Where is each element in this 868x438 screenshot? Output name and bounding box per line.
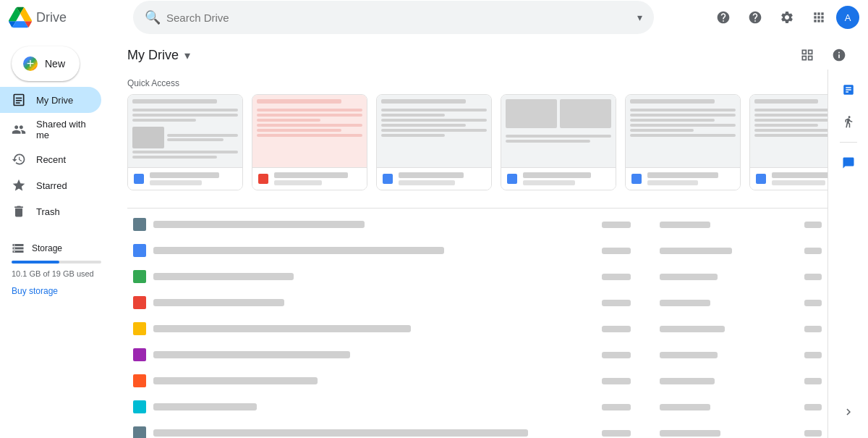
quick-access-card[interactable] — [376, 94, 492, 190]
expand-button[interactable] — [834, 397, 863, 426]
file-modified — [660, 378, 715, 384]
search-input[interactable] — [166, 12, 637, 24]
file-type-icon — [134, 174, 144, 184]
plus-icon: + — [23, 56, 38, 71]
grid-view-icon — [800, 48, 814, 62]
starred-icon — [12, 178, 26, 193]
settings-button[interactable] — [773, 3, 801, 32]
card-info — [128, 167, 242, 190]
card-info — [626, 167, 740, 190]
file-row[interactable] — [127, 237, 854, 264]
file-size — [804, 222, 822, 228]
chat-icon — [842, 156, 855, 169]
file-name-text — [153, 429, 528, 437]
file-row[interactable] — [127, 342, 854, 368]
card-thumbnail — [377, 95, 491, 167]
file-modified — [660, 326, 725, 332]
file-icon — [133, 426, 146, 438]
file-name-text — [153, 351, 350, 358]
support-button[interactable] — [709, 3, 738, 32]
file-name-text — [153, 273, 294, 280]
sidebar-item-starred[interactable]: Starred — [0, 172, 101, 198]
grid-view-button[interactable] — [793, 41, 822, 70]
apps-button[interactable] — [804, 3, 833, 32]
info-button[interactable] — [825, 41, 854, 70]
help-button[interactable] — [741, 3, 770, 32]
file-modified — [660, 248, 732, 254]
quick-access-card[interactable] — [625, 94, 741, 190]
sidebar-item-label-starred: Starred — [36, 180, 67, 191]
file-row[interactable] — [127, 290, 854, 316]
file-row[interactable] — [127, 264, 854, 290]
sidebar-item-label-trash: Trash — [36, 206, 60, 217]
file-name-text — [153, 299, 284, 306]
dropdown-chevron-icon[interactable]: ▾ — [184, 49, 190, 62]
file-size — [804, 430, 822, 437]
card-info — [501, 167, 616, 190]
file-modified — [660, 274, 718, 280]
chat-button[interactable] — [834, 148, 863, 177]
storage-bar-fill — [12, 261, 59, 264]
quick-access-card[interactable] — [252, 94, 367, 190]
file-type-icon — [631, 174, 642, 184]
file-icon — [133, 374, 146, 387]
storage-text: 10.1 GB of 19 GB used — [12, 269, 101, 278]
sidebar-item-label-shared: Shared with me — [36, 119, 90, 140]
activity-panel-button[interactable] — [834, 107, 863, 136]
storage-icon — [12, 242, 25, 255]
card-thumbnail — [252, 95, 367, 167]
file-list — [113, 202, 868, 438]
new-button[interactable]: + New — [12, 46, 80, 81]
file-size — [804, 352, 822, 358]
file-row[interactable] — [127, 394, 854, 420]
file-name-cell — [133, 322, 602, 335]
my-drive-label: My Drive — [127, 48, 179, 63]
logo-area: Drive — [9, 6, 122, 29]
svg-rect-0 — [16, 100, 22, 101]
quick-access-card[interactable] — [501, 94, 616, 190]
file-size — [804, 404, 822, 410]
file-owner — [602, 274, 631, 280]
file-owner — [602, 326, 631, 332]
buy-storage-link[interactable]: Buy storage — [12, 286, 58, 296]
info-icon — [832, 48, 846, 62]
svg-rect-1 — [16, 102, 20, 104]
sidebar-item-trash[interactable]: Trash — [0, 198, 101, 224]
new-button-label: New — [45, 58, 65, 70]
quick-access-card[interactable] — [127, 94, 243, 190]
search-bar[interactable]: 🔍 ▾ — [133, 1, 654, 34]
file-name-cell — [133, 296, 602, 309]
apps-icon — [812, 10, 826, 25]
file-row[interactable] — [127, 211, 854, 237]
settings-icon — [780, 10, 794, 25]
sidebar-item-shared[interactable]: Shared with me — [0, 113, 101, 146]
my-drive-title[interactable]: My Drive ▾ — [127, 48, 190, 63]
right-panel — [827, 70, 868, 438]
file-owner — [602, 248, 631, 254]
quick-access-label: Quick Access — [113, 72, 868, 94]
quick-access-grid — [113, 94, 868, 202]
file-modified — [660, 222, 710, 228]
topbar: Drive 🔍 ▾ A — [0, 0, 868, 35]
search-dropdown-icon[interactable]: ▾ — [637, 12, 642, 23]
file-name-cell — [133, 400, 602, 413]
main-content: My Drive ▾ Quick Access — [113, 35, 868, 438]
file-icon — [133, 348, 146, 361]
file-name-text — [153, 325, 411, 332]
details-panel-button[interactable] — [834, 75, 863, 104]
file-modified — [660, 404, 710, 410]
search-icon: 🔍 — [145, 9, 161, 25]
sidebar-item-recent[interactable]: Recent — [0, 146, 101, 172]
account-avatar[interactable]: A — [836, 6, 859, 29]
file-name-cell — [133, 244, 602, 257]
file-type-icon — [383, 174, 393, 184]
file-row[interactable] — [127, 368, 854, 394]
card-thumbnail — [128, 95, 242, 167]
file-row[interactable] — [127, 420, 854, 438]
file-icon — [133, 322, 146, 335]
storage-bar — [12, 261, 101, 264]
file-name-cell — [133, 348, 602, 361]
file-size — [804, 274, 822, 280]
sidebar-item-my-drive[interactable]: My Drive — [0, 87, 101, 113]
file-row[interactable] — [127, 316, 854, 342]
